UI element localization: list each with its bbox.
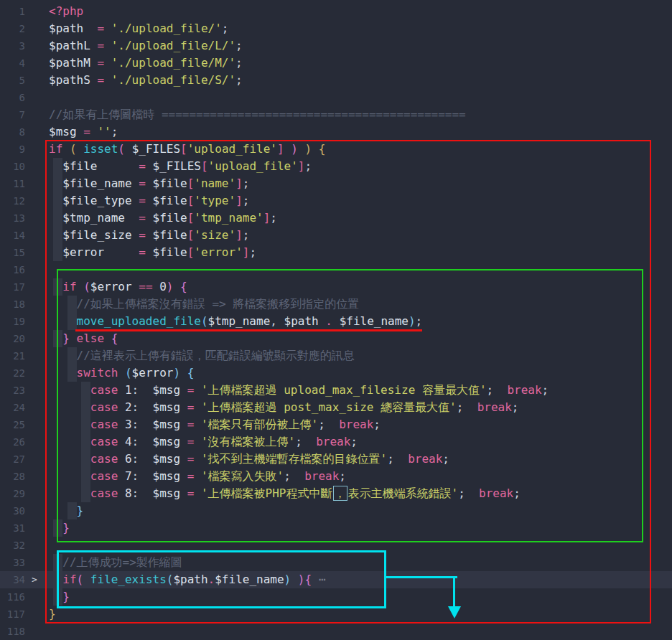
token-txt [49, 177, 62, 190]
token-kw: case [90, 469, 118, 483]
token-var: $msg [153, 486, 181, 500]
line-number: 16 [0, 261, 25, 278]
token-txt: ; [235, 73, 243, 87]
token-txt [104, 39, 111, 52]
token-txt: : [132, 452, 153, 466]
token-num: 1 [125, 383, 132, 397]
token-op: = [187, 452, 195, 466]
token-str: 'upload_file' [208, 159, 298, 173]
code-line-12: 12 $file_type = $file['type']; [0, 192, 672, 210]
token-b2: { [187, 366, 195, 380]
token-txt [118, 400, 125, 414]
token-b2: ( [167, 573, 174, 586]
token-op: = [139, 194, 146, 207]
token-txt [194, 469, 201, 483]
token-op: [ [187, 245, 195, 259]
ambiguous-unicode-char: ， [333, 486, 347, 501]
code-line-34: 34> if( file_exists($path.$file_name) ){… [0, 571, 672, 588]
token-op: ] [243, 245, 250, 259]
code-line-17: 17 if ($error == 0) { [0, 278, 672, 296]
token-str: '沒有檔案被上傳' [201, 435, 295, 448]
token-op: = [97, 73, 104, 87]
token-txt: ; [350, 435, 358, 448]
token-kw: break [408, 452, 442, 466]
token-var: $msg [49, 125, 77, 138]
code-text: } [49, 588, 70, 606]
token-b0: { [319, 142, 326, 156]
token-var: $tmp_name [62, 211, 125, 225]
token-txt [49, 211, 62, 225]
token-op: [ [187, 211, 195, 225]
code-line-18: 18 //如果上傳檔案沒有錯誤 => 將檔案搬移到指定的位置 [0, 296, 672, 313]
code-line-13: 13 $tmp_name = $file['tmp_name']; [0, 210, 672, 227]
code-line-21: 21 //這裡表示上傳有錯誤，匹配錯誤編號顯示對應的訊息 [0, 347, 672, 364]
token-txt [194, 383, 201, 397]
token-txt [180, 486, 187, 500]
code-lines: 1<?php2$path = './upload_file/';3$pathL … [0, 3, 672, 640]
token-txt [77, 280, 84, 293]
code-editor[interactable]: 1<?php2$path = './upload_file/';3$pathL … [0, 0, 672, 640]
code-line-6: 6 [0, 89, 672, 106]
token-op: = [187, 383, 195, 397]
token-var: $path [173, 573, 207, 586]
token-num: 2 [125, 400, 132, 414]
token-var: $_FILES [132, 142, 180, 156]
code-line-10: 10 $file = $_FILES['upload_file']; [0, 158, 672, 175]
token-txt [180, 452, 187, 466]
code-line-23: 23 case 1: $msg = '上傳檔案超過 upload_max_fil… [0, 382, 672, 399]
token-txt [118, 383, 125, 397]
token-str: 'size' [194, 228, 235, 242]
token-b1: ( [118, 142, 125, 156]
token-txt [70, 331, 77, 345]
code-line-4: 4$pathM = './upload_file/M/'; [0, 55, 672, 72]
code-text: //上傳成功=>製作縮圖 [49, 554, 182, 571]
token-txt: : [132, 486, 153, 500]
token-txt [180, 383, 187, 397]
code-text: } [49, 502, 83, 519]
token-txt: ; [373, 418, 381, 431]
token-txt [132, 194, 139, 207]
token-b0: ( [70, 142, 77, 156]
token-txt [173, 280, 180, 293]
token-txt [146, 159, 153, 173]
code-line-33: 33 //上傳成功=>製作縮圖 [0, 554, 672, 571]
token-op: [ [180, 142, 187, 156]
code-text: $pathM = './upload_file/M/'; [49, 55, 243, 72]
line-number: 33 [0, 554, 25, 571]
token-txt: ; [235, 39, 243, 52]
line-number: 27 [0, 451, 25, 468]
token-txt: ; [222, 22, 229, 35]
token-txt [132, 280, 139, 293]
code-text: //如果上傳檔案沒有錯誤 => 將檔案搬移到指定的位置 [49, 296, 359, 313]
token-op: == [139, 280, 152, 293]
token-txt [146, 228, 153, 242]
token-txt [118, 486, 125, 500]
token-var: $pathL [49, 39, 90, 52]
token-txt [49, 314, 77, 328]
token-txt [194, 435, 201, 448]
token-txt [49, 245, 62, 259]
token-cmt: //如果上傳檔案沒有錯誤 => 將檔案搬移到指定的位置 [77, 297, 360, 311]
token-kw: break [304, 469, 339, 483]
fold-chevron-icon[interactable]: > [32, 571, 37, 588]
token-var: $tmp_name [208, 314, 271, 328]
token-txt: : [132, 418, 153, 431]
token-str: 'upload_file' [187, 142, 277, 156]
token-op: . [325, 314, 332, 328]
code-text: case 2: $msg = '上傳檔案超過 post_max_size 總容量… [49, 399, 518, 416]
token-txt [49, 469, 90, 483]
token-txt [49, 452, 90, 466]
token-str: '找不到主機端暫存檔案的目錄位置' [201, 452, 387, 466]
token-txt [62, 142, 70, 156]
token-txt [90, 39, 98, 52]
line-number: 30 [0, 502, 25, 519]
token-kw: case [90, 383, 118, 397]
token-txt [49, 331, 62, 345]
token-var: $msg [153, 383, 181, 397]
token-var: $file [62, 159, 97, 173]
token-fn: move_uploaded_file [77, 314, 201, 328]
code-line-11: 11 $file_name = $file['name']; [0, 175, 672, 192]
token-txt: ; [318, 418, 339, 431]
code-line-25: 25 case 3: $msg = '檔案只有部份被上傳'; break; [0, 416, 672, 433]
token-b1: { [111, 331, 118, 345]
